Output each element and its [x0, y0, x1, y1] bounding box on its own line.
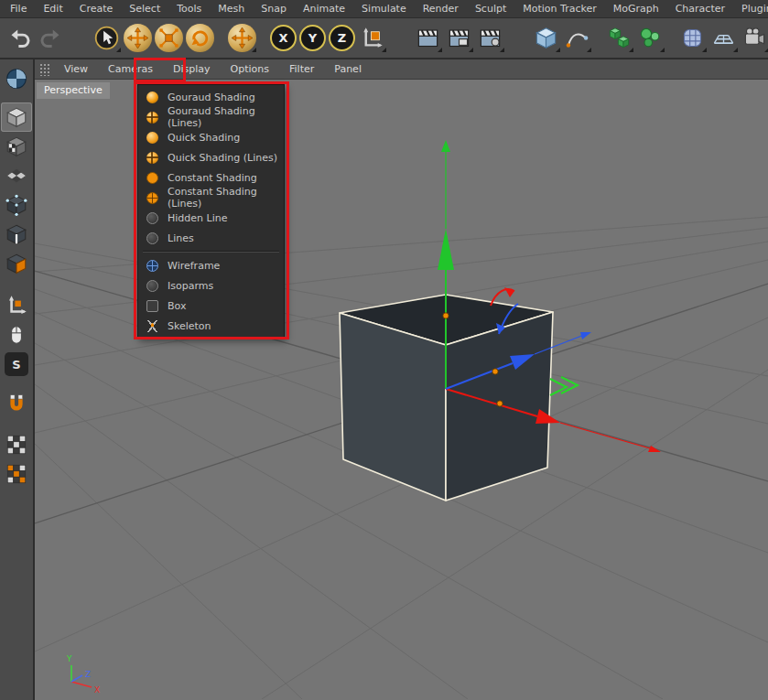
magnet-icon[interactable] — [1, 390, 32, 419]
pen-spline-icon[interactable] — [563, 24, 591, 52]
display-menu-group-shading: Gouraud Shading Gouraud Shading (Lines) … — [138, 87, 284, 248]
corner-axis-gadget: Y X Z — [66, 654, 100, 695]
menu-item[interactable]: Sculpt — [467, 0, 514, 18]
render-region-icon[interactable] — [445, 24, 473, 52]
left-toolbar: S — [0, 59, 35, 700]
menu-item[interactable]: Edit — [35, 0, 70, 18]
display-menu-item[interactable]: Skeleton — [138, 316, 284, 336]
cube-left-face — [340, 313, 446, 501]
display-menu-item[interactable]: Box — [138, 296, 284, 316]
deformer-icon[interactable] — [678, 24, 707, 52]
y-axis-arrow — [438, 229, 454, 270]
menu-item[interactable]: Snap — [253, 0, 295, 18]
rotate-tool-icon[interactable] — [186, 24, 214, 52]
panel-grip-icon[interactable] — [39, 63, 50, 76]
viewport-menubar: ViewCamerasDisplayOptionsFilterPanel — [35, 59, 768, 80]
viewport-menu-item[interactable]: Panel — [324, 59, 372, 80]
render-view-icon[interactable] — [414, 24, 442, 52]
mograph-effector-icon[interactable] — [636, 24, 665, 52]
workplane-mode-icon[interactable] — [1, 161, 32, 190]
constant-shading-lines-icon — [146, 192, 158, 204]
menu-item[interactable]: Motion Tracker — [514, 0, 604, 18]
display-menu-item-label: Gouraud Shading — [168, 92, 255, 103]
menu-item[interactable]: MoGraph — [605, 0, 667, 18]
last-tool-icon[interactable] — [228, 24, 256, 52]
display-menu-item-label: Wireframe — [168, 260, 220, 272]
grid-array-alt-icon[interactable] — [1, 459, 32, 489]
display-menu-item-label: Quick Shading — [168, 132, 240, 144]
z-axis-lock-icon[interactable]: Z — [329, 25, 355, 51]
display-menu-item-label: Box — [168, 300, 186, 312]
edges-mode-icon[interactable] — [1, 220, 32, 249]
constant-shading-icon — [146, 172, 158, 184]
gouraud-shading-icon — [146, 92, 158, 103]
points-mode-icon[interactable] — [1, 190, 32, 220]
mograph-cloner-icon[interactable] — [605, 24, 633, 52]
axis-mode-icon[interactable] — [1, 291, 32, 320]
wireframe-icon — [146, 260, 158, 272]
display-menu-item[interactable]: Gouraud Shading (Lines) — [138, 107, 284, 127]
display-dropdown-menu: Gouraud Shading Gouraud Shading (Lines) … — [137, 84, 285, 339]
environment-icon[interactable] — [709, 24, 738, 52]
y-axis-lock-icon[interactable]: Y — [299, 25, 326, 51]
material-sphere-icon[interactable] — [1, 64, 32, 93]
display-menu-item[interactable]: Quick Shading (Lines) — [138, 147, 284, 167]
viewport-menu-item[interactable]: Options — [221, 59, 279, 80]
display-menu-item[interactable]: Wireframe — [138, 255, 284, 275]
cinema4d-window: FileEditCreateSelectToolsMeshSnapAnimate… — [0, 0, 768, 700]
display-menu-item[interactable]: Constant Shading — [138, 167, 284, 188]
menu-item[interactable]: Plugins — [733, 0, 768, 18]
undo-icon[interactable] — [5, 24, 34, 52]
axis-label-x: X — [94, 685, 100, 695]
snap-s-icon[interactable]: S — [1, 350, 32, 379]
menu-separator — [143, 251, 279, 253]
x-axis-lock-label: X — [278, 31, 287, 45]
skeleton-icon — [146, 320, 158, 332]
coordinate-system-icon[interactable] — [358, 24, 386, 52]
viewport-menu-item[interactable]: Display — [163, 59, 221, 80]
axis-label-z: Z — [85, 670, 91, 679]
display-menu-item[interactable]: Isoparms — [138, 275, 284, 296]
display-menu-item-label: Isoparms — [168, 280, 213, 292]
viewport-menu-item[interactable]: Filter — [279, 59, 324, 80]
mouse-input-icon[interactable] — [1, 320, 32, 350]
menu-item[interactable]: Character — [667, 0, 733, 18]
grid-array-icon[interactable] — [1, 430, 32, 459]
display-menu-item-label: Constant Shading — [168, 172, 257, 184]
display-menu-item-label: Lines — [168, 232, 194, 244]
render-settings-icon[interactable] — [476, 24, 504, 52]
display-menu-item[interactable]: Lines — [138, 228, 284, 248]
x-axis-lock-icon[interactable]: X — [270, 25, 297, 51]
camera-icon[interactable] — [741, 24, 768, 52]
box-icon — [146, 300, 158, 312]
live-selection-icon[interactable] — [92, 24, 121, 52]
isoparms-icon — [146, 280, 158, 292]
menu-item[interactable]: Select — [121, 0, 168, 18]
viewport-menu-item[interactable]: View — [54, 59, 98, 80]
move-tool-icon[interactable] — [124, 24, 152, 52]
display-menu-item[interactable]: Gouraud Shading — [138, 87, 284, 107]
model-mode-icon[interactable] — [1, 102, 32, 132]
menu-item[interactable]: Mesh — [210, 0, 253, 18]
display-menu-item[interactable]: Quick Shading — [138, 127, 284, 147]
scale-tool-icon[interactable] — [155, 24, 183, 52]
viewport-menu-item[interactable]: Cameras — [98, 59, 163, 80]
polygons-mode-icon[interactable] — [1, 249, 32, 278]
viewport-camera-label[interactable]: Perspective — [37, 82, 110, 99]
menu-item[interactable]: Animate — [295, 0, 353, 18]
texture-mode-icon[interactable] — [1, 132, 32, 161]
snap-s-label: S — [5, 352, 28, 376]
menu-item[interactable]: Simulate — [353, 0, 415, 18]
display-menu-item-label: Quick Shading (Lines) — [168, 152, 277, 164]
menu-item[interactable]: File — [2, 0, 35, 18]
y-axis-lock-label: Y — [308, 31, 317, 45]
display-menu-item[interactable]: Hidden Line — [138, 208, 284, 228]
menu-item[interactable]: Render — [415, 0, 467, 18]
add-cube-icon[interactable] — [532, 24, 560, 52]
display-menu-item[interactable]: Constant Shading (Lines) — [138, 188, 284, 208]
display-menu-item-label: Constant Shading (Lines) — [168, 186, 284, 210]
menu-item[interactable]: Create — [71, 0, 122, 18]
menu-item[interactable]: Tools — [168, 0, 210, 18]
lines-icon — [146, 232, 158, 244]
redo-icon[interactable] — [37, 24, 65, 52]
